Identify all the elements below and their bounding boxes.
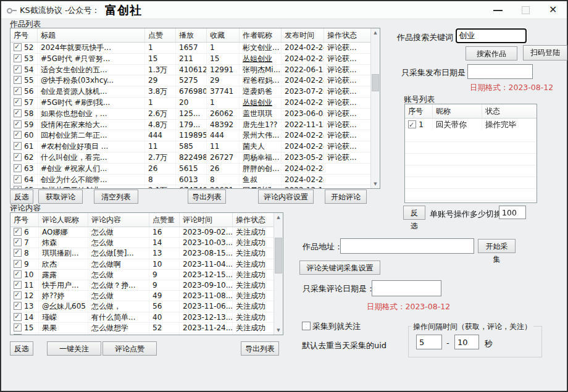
table-row[interactable]: 56创业是资源人脉机...3.8万67698037741逆袭奶爸2023-07-… <box>10 86 380 98</box>
row-checkbox[interactable] <box>14 164 22 172</box>
table-row[interactable]: 55@快手粉条(03xhcy...29527529程爸程妈...2024-02-… <box>10 75 380 86</box>
comment-date-input[interactable] <box>372 280 441 296</box>
column-header[interactable]: 评论内容 <box>88 213 149 227</box>
table-row[interactable]: 9欣杰怎么做啊102023-11-04...关注成功 <box>10 259 283 270</box>
table-row[interactable]: 60回村创业第二年正...444119895444景州大伟...2024-02-… <box>10 130 380 141</box>
like-comments-button[interactable]: 评论点赞 <box>102 341 157 356</box>
column-header[interactable]: 评论时间 <box>180 213 233 227</box>
row-checkbox[interactable] <box>14 142 22 150</box>
column-header[interactable]: 点赞 <box>145 28 176 42</box>
table-row[interactable]: 16第凡俊怎么做242024-01-27...关注成功 <box>10 333 283 335</box>
column-header[interactable]: 收藏 <box>207 28 240 42</box>
account-switch-input[interactable] <box>499 206 526 219</box>
table-row[interactable]: 63#创业 #祝家人们...26561526胖胖的创...2024-02-24.… <box>10 164 380 175</box>
row-checkbox[interactable] <box>14 87 22 95</box>
works-export-button[interactable]: 导出列表 <box>188 190 226 204</box>
row-checkbox[interactable] <box>14 76 22 84</box>
table-row[interactable]: 11快手用户...怎么做？挣...92023-09-10...关注成功 <box>10 280 283 291</box>
table-row[interactable]: 54适合女生创业的五...1.3万41061212991张明杰Mi...2022… <box>10 65 380 76</box>
row-checkbox[interactable] <box>14 153 22 161</box>
comments-table[interactable]: 序号评论人昵称评论内容点赞量评论时间操作状态 6AO娜娜怎么做162023-09… <box>10 212 283 335</box>
column-header[interactable]: 作者昵称 <box>240 28 282 42</box>
follow-on-collect-checkbox[interactable] <box>302 322 311 330</box>
row-checkbox[interactable] <box>14 313 22 321</box>
publish-date-input[interactable] <box>467 64 533 79</box>
scroll-down-icon[interactable]: ▼ <box>274 326 283 335</box>
table-row[interactable]: 522024年就要玩快手...116571彬文创业...2024-02-24..… <box>10 43 380 54</box>
maximize-icon[interactable] <box>522 6 530 14</box>
follow-all-button[interactable]: 一键关注 <box>47 341 101 356</box>
table-row[interactable]: 59疫情闲在家来给大...4.8万179...48392唐先生1??2022-1… <box>10 120 380 131</box>
row-checkbox[interactable] <box>14 120 22 128</box>
row-checkbox[interactable] <box>14 270 22 278</box>
table-row[interactable]: 62什么叫创业，看完...2.7万82249826727周杨幸福...2023-… <box>10 152 380 164</box>
keyword-input[interactable] <box>456 28 527 43</box>
clear-list-button[interactable]: 清空列表 <box>94 190 138 204</box>
table-row[interactable]: 64创业为什么不能带...860138鱼叔2024-02-24... <box>10 175 380 186</box>
row-checkbox[interactable] <box>14 323 22 332</box>
scroll-thumb[interactable] <box>275 238 282 273</box>
minimize-icon[interactable] <box>493 10 503 11</box>
accounts-table[interactable]: 序号昵称状态 1回关带你操作完毕 <box>404 104 537 203</box>
row-checkbox[interactable] <box>14 238 22 246</box>
comments-invert-button[interactable]: 反选 <box>10 341 33 356</box>
interval-max-input[interactable] <box>454 335 479 349</box>
table-row[interactable]: 57#5G时代 #刷到我...1201丛姐创业2024-02-25...评论获.… <box>10 98 380 109</box>
row-checkbox[interactable] <box>14 228 22 236</box>
column-header[interactable]: 播放 <box>176 28 207 42</box>
comment-keyword-settings-button[interactable]: 评论关键词采集设置 <box>299 261 380 275</box>
row-checkbox[interactable] <box>14 65 22 73</box>
table-row[interactable]: 10露露怎么做92023-12-15...关注成功 <box>10 270 283 280</box>
start-collect-button[interactable]: 开始采集 <box>478 239 516 253</box>
column-header[interactable]: 序号 <box>10 28 38 42</box>
column-header[interactable]: 点赞量 <box>149 213 180 227</box>
row-checkbox[interactable] <box>14 291 22 299</box>
accounts-invert-button[interactable]: 反选 <box>403 206 425 220</box>
row-checkbox[interactable] <box>14 186 22 189</box>
table-row[interactable]: 14瑾嵘有什么简单...402023-12-13...关注成功 <box>10 312 283 323</box>
column-header[interactable]: 操作状态 <box>324 28 370 42</box>
row-checkbox[interactable] <box>14 281 22 289</box>
column-header[interactable]: 序号 <box>405 104 433 118</box>
table-row[interactable]: 1回关带你操作完毕 <box>405 119 537 131</box>
column-header[interactable]: 状态 <box>482 104 535 118</box>
table-row[interactable]: 65怎样从零开始创业...2.1万67474020621网易财经2022-12-… <box>10 185 380 189</box>
column-header[interactable]: 评论人昵称 <box>39 213 88 227</box>
table-row[interactable]: 15果果怎么做想学522023-11-24...关注成功 <box>10 323 283 333</box>
row-checkbox[interactable] <box>14 334 22 335</box>
scroll-thumb[interactable] <box>372 74 379 91</box>
row-checkbox[interactable] <box>14 249 22 257</box>
table-row[interactable]: 7炜森怎么做142023-10-03...关注成功 <box>10 238 283 248</box>
table-row[interactable]: 53#5G时代 #只管努...1521115丛姐创业2024-02-24...评… <box>10 54 380 65</box>
fetch-comments-button[interactable]: 获取评论 <box>38 190 83 204</box>
row-checkbox[interactable] <box>14 109 22 117</box>
scroll-up-icon[interactable]: ▲ <box>371 28 380 37</box>
column-header[interactable]: 标题 <box>38 28 145 42</box>
interval-min-input[interactable] <box>416 335 442 349</box>
works-invert-button[interactable]: 反选 <box>10 190 33 204</box>
row-checkbox[interactable] <box>14 98 22 106</box>
scan-login-button[interactable]: 扫码登陆 <box>523 45 567 60</box>
search-works-button[interactable]: 搜索作品 <box>466 46 517 60</box>
works-table[interactable]: 序号标题点赞播放收藏作者昵称发布时间操作状态 522024年就要玩快手...11… <box>10 28 380 189</box>
scroll-up-icon[interactable]: ▲ <box>274 213 283 222</box>
row-checkbox[interactable] <box>14 43 22 51</box>
row-checkbox[interactable] <box>14 260 22 268</box>
row-checkbox[interactable] <box>14 302 22 310</box>
column-header[interactable]: 序号 <box>10 213 39 227</box>
row-checkbox[interactable] <box>14 131 22 139</box>
row-checkbox[interactable] <box>14 175 22 183</box>
row-checkbox[interactable] <box>14 54 22 62</box>
start-comment-button[interactable]: 开始评论 <box>325 190 367 204</box>
column-header[interactable]: 昵称 <box>433 104 482 118</box>
row-checkbox[interactable] <box>408 120 416 128</box>
column-header[interactable]: 发布时间 <box>282 28 324 42</box>
scroll-down-icon[interactable]: ▼ <box>371 180 380 188</box>
comments-scrollbar[interactable]: ▲ ▼ <box>274 213 283 335</box>
table-row[interactable]: 61#农村创业好项目 ...1158511菌夫人2024-02-24...评论获… <box>10 141 380 152</box>
work-address-input[interactable] <box>340 238 474 254</box>
works-scrollbar[interactable]: ▲ ▼ <box>370 28 380 188</box>
close-icon[interactable]: ✕ <box>549 4 557 16</box>
table-row[interactable]: 58如果你也想创业，...2.6万125...26062盖世琪琪2023-06-… <box>10 109 380 120</box>
comments-export-button[interactable]: 导出列表 <box>241 341 279 356</box>
